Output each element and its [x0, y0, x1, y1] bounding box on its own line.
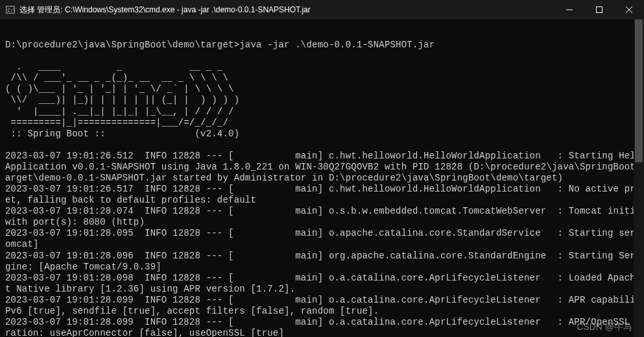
vertical-scrollbar[interactable]: [634, 19, 644, 337]
terminal-output[interactable]: D:\procedure2\java\SpringBoot\demo\targe…: [0, 19, 644, 337]
cmd-icon: C:\: [5, 5, 16, 15]
window-controls: [555, 0, 644, 19]
window-title: 选择 管理员: C:\Windows\System32\cmd.exe - ja…: [19, 5, 311, 16]
log-output: 2023-03-07 19:01:26.512 INFO 12828 --- […: [5, 151, 644, 337]
maximize-button[interactable]: [584, 0, 614, 19]
svg-text:C:\: C:\: [8, 8, 15, 13]
minimize-button[interactable]: [555, 0, 584, 19]
titlebar-left: C:\ 选择 管理员: C:\Windows\System32\cmd.exe …: [5, 5, 311, 16]
prompt-line: D:\procedure2\java\SpringBoot\demo\targe…: [5, 40, 435, 50]
spring-banner: . ____ _ __ _ _ /\\ / ___'_ __ _ _(_)_ _…: [5, 62, 239, 127]
spring-banner-footer: :: Spring Boot :: (v2.4.0): [5, 129, 239, 139]
window-titlebar: C:\ 选择 管理员: C:\Windows\System32\cmd.exe …: [0, 0, 644, 19]
svg-rect-3: [597, 7, 602, 13]
close-button[interactable]: [614, 0, 644, 19]
scrollbar-thumb[interactable]: [635, 19, 643, 162]
